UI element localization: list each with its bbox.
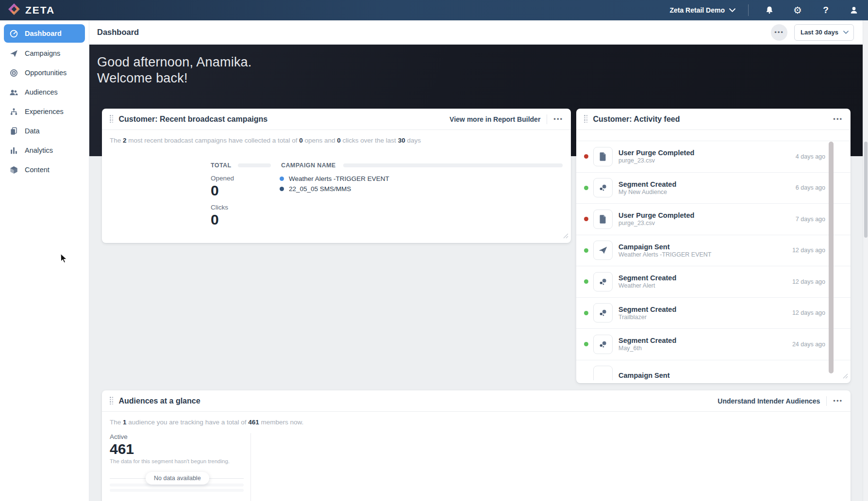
sidebar-item-dashboard[interactable]: Dashboard bbox=[4, 24, 85, 43]
activity-time: 12 days ago bbox=[792, 309, 825, 316]
help-icon[interactable]: ? bbox=[818, 2, 834, 18]
drag-handle-icon[interactable] bbox=[110, 397, 114, 405]
sidebar-item-label: Analytics bbox=[25, 146, 53, 154]
drag-handle-icon[interactable] bbox=[584, 115, 588, 123]
segment-icon bbox=[593, 335, 613, 354]
active-value: 461 bbox=[110, 441, 134, 457]
segment-icon bbox=[593, 303, 613, 323]
total-column-label: TOTAL bbox=[211, 162, 232, 169]
audiences-card-menu-button[interactable]: ••• bbox=[833, 398, 843, 404]
activity-item[interactable]: User Purge Completedpurge_23.csv 4 days … bbox=[576, 141, 851, 172]
understand-intender-audiences-link[interactable]: Understand Intender Audiences bbox=[718, 397, 820, 405]
activity-time: 12 days ago bbox=[792, 247, 825, 254]
gauge-icon bbox=[9, 29, 18, 38]
sidebar-item-label: Campaigns bbox=[25, 49, 60, 57]
top-navbar: ZETA Zeta Retail Demo ⚙ ? bbox=[0, 0, 868, 20]
activity-item[interactable]: Segment CreatedTrailblazer 12 days ago bbox=[576, 297, 851, 329]
trend-note: The data for this segment hasn't begun t… bbox=[110, 458, 230, 464]
sidebar-item-data[interactable]: Data bbox=[0, 121, 89, 141]
paper-plane-icon bbox=[593, 241, 613, 260]
activity-item[interactable]: User Purge Completedpurge_23.csv 7 days … bbox=[576, 203, 851, 235]
activity-item[interactable]: Segment CreatedMy New Audience 6 days ag… bbox=[576, 172, 851, 204]
ellipsis-icon: ••• bbox=[774, 29, 784, 35]
sitemap-icon bbox=[9, 107, 18, 116]
legend-item: Weather Alerts -TRIGGER EVENT bbox=[280, 175, 389, 182]
campaign-name-column-bar bbox=[343, 163, 563, 167]
header-divider bbox=[826, 396, 827, 406]
feed-scrollbar-thumb[interactable] bbox=[829, 142, 834, 373]
header-divider bbox=[547, 114, 547, 124]
status-dot-icon bbox=[584, 154, 588, 159]
gear-icon[interactable]: ⚙ bbox=[789, 2, 806, 18]
resize-handle[interactable] bbox=[843, 372, 848, 381]
broadcast-card-title: Customer: Recent broadcast campaigns bbox=[119, 115, 268, 124]
page-overflow-menu-button[interactable]: ••• bbox=[771, 24, 787, 41]
bell-icon[interactable] bbox=[761, 2, 778, 18]
bar-chart-icon bbox=[9, 145, 18, 155]
resize-handle[interactable] bbox=[563, 232, 568, 241]
date-range-select[interactable]: Last 30 days bbox=[794, 24, 854, 41]
opened-value: 0 bbox=[211, 182, 219, 199]
opened-label: Opened bbox=[211, 175, 234, 182]
sidebar-item-analytics[interactable]: Analytics bbox=[0, 141, 89, 160]
activity-item[interactable]: Campaign Sent bbox=[576, 360, 851, 381]
activity-item[interactable]: Segment CreatedMay_6th 24 days ago bbox=[576, 328, 851, 360]
file-icon bbox=[593, 147, 613, 166]
paper-plane-icon bbox=[9, 48, 18, 58]
broadcast-campaigns-card: Customer: Recent broadcast campaigns Vie… bbox=[102, 109, 571, 243]
account-switcher[interactable]: Zeta Retail Demo bbox=[669, 6, 735, 14]
app-root: ZETA Zeta Retail Demo ⚙ ? bbox=[0, 0, 868, 501]
status-dot-icon bbox=[584, 186, 588, 190]
activity-card-title: Customer: Activity feed bbox=[593, 115, 680, 124]
activity-feed-list: User Purge Completedpurge_23.csv 4 days … bbox=[576, 141, 851, 380]
legend-dot-icon bbox=[280, 177, 284, 181]
legend-item: 22_05_05 SMS/MMS bbox=[280, 185, 351, 193]
activity-time: 24 days ago bbox=[792, 341, 825, 348]
date-range-value: Last 30 days bbox=[801, 29, 838, 36]
audiences-summary: The 1 audience you are tracking have a t… bbox=[102, 412, 851, 426]
status-dot-icon bbox=[584, 342, 588, 346]
activity-item[interactable]: Segment CreatedWeather Alert 12 days ago bbox=[576, 266, 851, 297]
drag-handle-icon[interactable] bbox=[110, 115, 114, 123]
navbar-divider bbox=[748, 4, 749, 16]
sidebar-item-audiences[interactable]: Audiences bbox=[0, 82, 89, 102]
segment-icon bbox=[593, 178, 613, 197]
brand-name: ZETA bbox=[25, 4, 55, 16]
column-divider bbox=[250, 433, 251, 501]
view-more-report-builder-link[interactable]: View more in Report Builder bbox=[450, 115, 540, 123]
activity-item[interactable]: Campaign SentWeather Alerts -TRIGGER EVE… bbox=[576, 235, 851, 266]
campaign-name-column-label: CAMPAIGN NAME bbox=[281, 162, 336, 169]
campaign-name: Weather Alerts -TRIGGER EVENT bbox=[289, 175, 389, 182]
sidebar-item-content[interactable]: Content bbox=[0, 160, 89, 179]
activity-card-header: Customer: Activity feed ••• bbox=[576, 109, 851, 130]
broadcast-card-menu-button[interactable]: ••• bbox=[553, 116, 563, 122]
status-dot-icon bbox=[584, 279, 588, 284]
chevron-down-icon bbox=[843, 29, 849, 36]
sidebar-item-label: Content bbox=[25, 166, 50, 174]
greeting-line2: Welcome back! bbox=[97, 70, 252, 86]
chevron-down-icon bbox=[729, 6, 735, 14]
campaign-name: 22_05_05 SMS/MMS bbox=[289, 185, 351, 193]
page-header-bar: Dashboard ••• Last 30 days bbox=[89, 20, 863, 45]
page-scrollbar-thumb[interactable] bbox=[864, 142, 868, 238]
clicks-label: Clicks bbox=[211, 204, 228, 211]
page-header-actions: ••• Last 30 days bbox=[771, 24, 854, 41]
sidebar-item-experiences[interactable]: Experiences bbox=[0, 102, 89, 121]
account-switcher-label: Zeta Retail Demo bbox=[669, 6, 725, 14]
broadcast-summary: The 2 most recent broadcast campaigns ha… bbox=[102, 130, 571, 144]
people-icon bbox=[9, 87, 18, 97]
sidebar-item-opportunities[interactable]: Opportunities bbox=[0, 63, 89, 82]
sidebar-item-label: Opportunities bbox=[25, 69, 67, 77]
page-scrollbar[interactable] bbox=[863, 20, 868, 501]
segment-icon bbox=[593, 272, 613, 291]
sidebar-item-campaigns[interactable]: Campaigns bbox=[0, 44, 89, 63]
brand[interactable]: ZETA bbox=[8, 3, 55, 17]
sidebar-item-label: Audiences bbox=[25, 88, 58, 96]
layers-icon bbox=[9, 126, 18, 136]
audiences-card-header: Audiences at a glance Understand Intende… bbox=[102, 390, 851, 412]
activity-card-menu-button[interactable]: ••• bbox=[833, 116, 843, 122]
activity-icon-placeholder bbox=[593, 366, 613, 380]
greeting-line1: Good afternoon, Anamika. bbox=[97, 54, 252, 70]
user-icon[interactable] bbox=[846, 2, 862, 18]
zeta-logo-icon bbox=[8, 3, 20, 17]
